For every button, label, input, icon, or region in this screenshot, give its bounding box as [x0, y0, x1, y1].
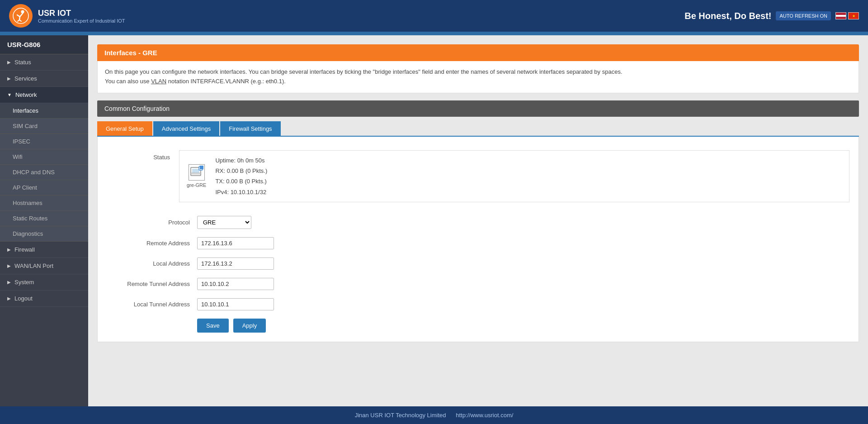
language-flags[interactable]: ★	[835, 12, 859, 19]
logo-icon	[9, 4, 33, 28]
local-tunnel-input[interactable]	[197, 298, 274, 310]
footer-website: http://www.usriot.com/	[456, 412, 513, 419]
flag-cn-icon[interactable]: ★	[848, 12, 859, 19]
svg-line-4	[19, 17, 20, 20]
uptime: Uptime: 0h 0m 50s	[215, 155, 267, 166]
page-desc-1: On this page you can configure the netwo…	[105, 68, 623, 75]
sidebar-item-static-routes[interactable]: Static Routes	[0, 211, 88, 226]
sidebar-item-ipsec[interactable]: IPSEC	[0, 134, 88, 149]
arrow-icon: ▼	[7, 92, 12, 97]
sidebar: USR-G806 ▶ Status ▶ Services ▼ Network I…	[0, 35, 88, 406]
device-name: USR-G806	[0, 35, 88, 54]
sidebar-item-hostnames[interactable]: Hostnames	[0, 195, 88, 211]
sidebar-network-submenu: Interfaces SIM Card IPSEC Wifi DHCP and …	[0, 103, 88, 242]
sidebar-item-firewall[interactable]: ▶ Firewall	[0, 242, 88, 258]
header-right: Be Honest, Do Best! AUTO REFRESH ON ★	[684, 11, 859, 21]
status-box: gre-GRE Uptime: 0h 0m 50s RX: 0.00 B (0 …	[179, 150, 849, 203]
save-button[interactable]: Save	[197, 319, 229, 333]
svg-rect-11	[200, 167, 202, 169]
footer-company: Jinan USR IOT Technology Limited	[355, 412, 446, 419]
remote-tunnel-row: Remote Tunnel Address	[107, 278, 849, 290]
slogan: Be Honest, Do Best!	[684, 11, 771, 21]
arrow-icon: ▶	[7, 60, 11, 65]
page-description: On this page you can configure the netwo…	[97, 61, 859, 93]
gre-icon: gre-GRE	[187, 164, 206, 188]
tx: TX: 0.00 B (0 Pkts.)	[215, 176, 267, 186]
brand-name: USR IOT	[38, 9, 125, 18]
sidebar-label-services: Services	[14, 75, 37, 82]
footer: Jinan USR IOT Technology Limited http://…	[0, 406, 868, 424]
status-row: Status gre-GRE	[107, 146, 849, 207]
sidebar-item-diagnostics[interactable]: Diagnostics	[0, 226, 88, 242]
arrow-icon: ▶	[7, 247, 11, 252]
sidebar-label-network: Network	[15, 91, 37, 98]
sidebar-item-sim-card[interactable]: SIM Card	[0, 119, 88, 134]
remote-address-input[interactable]	[197, 237, 274, 249]
local-address-label: Local Address	[107, 260, 197, 267]
remote-tunnel-input[interactable]	[197, 278, 274, 290]
local-tunnel-label: Local Tunnel Address	[107, 301, 197, 308]
protocol-label: Protocol	[107, 219, 197, 226]
sidebar-item-status[interactable]: ▶ Status	[0, 54, 88, 71]
svg-rect-10	[199, 167, 203, 170]
flag-us-icon[interactable]	[835, 12, 846, 19]
sidebar-item-wan-lan[interactable]: ▶ WAN/LAN Port	[0, 258, 88, 274]
tabs: General Setup Advanced Settings Firewall…	[97, 121, 859, 137]
arrow-icon: ▶	[7, 296, 11, 301]
section-header: Common Configuration	[97, 100, 859, 117]
sidebar-item-system[interactable]: ▶ System	[0, 274, 88, 291]
sidebar-item-logout[interactable]: ▶ Logout	[0, 291, 88, 307]
header: USR IOT Communication Expert of Industri…	[0, 0, 868, 32]
arrow-icon: ▶	[7, 280, 11, 285]
local-tunnel-row: Local Tunnel Address	[107, 298, 849, 310]
sidebar-item-interfaces[interactable]: Interfaces	[0, 103, 88, 119]
page-title: Interfaces - GRE	[97, 44, 859, 61]
sidebar-item-ap-client[interactable]: AP Client	[0, 180, 88, 195]
tab-content: Status gre-GRE	[97, 137, 859, 343]
sidebar-label-wan-lan: WAN/LAN Port	[14, 262, 53, 269]
sidebar-label-logout: Logout	[14, 295, 33, 302]
tab-firewall-settings[interactable]: Firewall Settings	[220, 121, 280, 136]
local-address-input[interactable]	[197, 257, 274, 270]
remote-address-label: Remote Address	[107, 240, 197, 247]
sidebar-item-wifi[interactable]: Wifi	[0, 149, 88, 165]
gre-label: gre-GRE	[187, 182, 206, 188]
sidebar-label-status: Status	[14, 59, 31, 66]
vlan-text: VLAN	[151, 78, 166, 85]
layout: USR-G806 ▶ Status ▶ Services ▼ Network I…	[0, 35, 868, 406]
apply-button[interactable]: Apply	[233, 319, 266, 333]
svg-rect-8	[192, 169, 199, 173]
gre-icon-image	[189, 164, 205, 181]
tab-general-setup[interactable]: General Setup	[97, 121, 152, 136]
svg-rect-9	[191, 173, 201, 174]
local-address-row: Local Address	[107, 257, 849, 270]
arrow-icon: ▶	[7, 263, 11, 268]
protocol-select[interactable]: GRE Static DHCP PPPoE	[197, 216, 251, 229]
protocol-row: Protocol GRE Static DHCP PPPoE	[107, 216, 849, 229]
header-left: USR IOT Communication Expert of Industri…	[9, 4, 125, 28]
ipv4: IPv4: 10.10.10.1/32	[215, 187, 267, 197]
status-info: Uptime: 0h 0m 50s RX: 0.00 B (0 Pkts.) T…	[215, 155, 267, 198]
status-field-label: Status	[107, 150, 179, 161]
auto-refresh-button[interactable]: AUTO REFRESH ON	[776, 11, 831, 20]
page-desc-2: You can also use VLAN notation INTERFACE…	[105, 78, 286, 85]
remote-address-row: Remote Address	[107, 237, 849, 249]
brand-sub: Communication Expert of Industrial IOT	[38, 18, 125, 24]
header-title: USR IOT Communication Expert of Industri…	[38, 9, 125, 24]
rx: RX: 0.00 B (0 Pkts.)	[215, 166, 267, 176]
header-bar	[0, 32, 868, 35]
main-content: Interfaces - GRE On this page you can co…	[88, 35, 868, 406]
sidebar-item-dhcp-dns[interactable]: DHCP and DNS	[0, 165, 88, 180]
sidebar-item-services[interactable]: ▶ Services	[0, 71, 88, 87]
tab-advanced-settings[interactable]: Advanced Settings	[153, 121, 219, 136]
button-row: Save Apply	[197, 319, 849, 333]
arrow-icon: ▶	[7, 76, 11, 81]
sidebar-item-network[interactable]: ▼ Network	[0, 87, 88, 103]
sidebar-label-system: System	[14, 279, 34, 286]
sidebar-label-firewall: Firewall	[14, 246, 35, 253]
remote-tunnel-label: Remote Tunnel Address	[107, 281, 197, 287]
